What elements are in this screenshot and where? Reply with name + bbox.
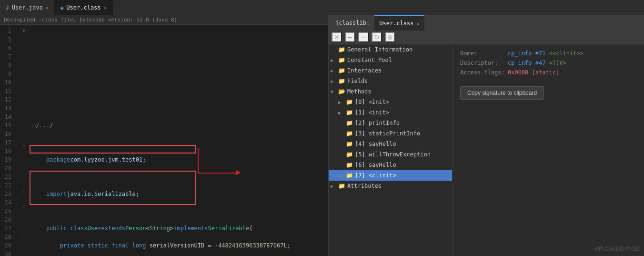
tree-arrow-methods: ▼ (331, 89, 336, 94)
close-button[interactable]: ✕ (332, 32, 342, 42)
folder-icon-iface: 📁 (338, 67, 345, 74)
folder-icon: 📁 (338, 46, 345, 53)
ln-19: 19 (0, 155, 15, 164)
code-line-3: package com.lyyzoo.jvm.test01; (32, 155, 328, 164)
folder-icon-attr: 📁 (338, 183, 345, 189)
detail-descriptor-link[interactable]: cp_info #47 (508, 60, 545, 66)
gutter: ▼ ☐ ☐ (19, 25, 29, 256)
tree-label-general: General Information (347, 46, 413, 53)
tree-item-interfaces[interactable]: ▶ 📁 Interfaces (329, 65, 452, 76)
code-line-7: public class User extends Person<String>… (32, 224, 328, 233)
refresh-button[interactable]: ↻ (372, 32, 382, 42)
tree-item-constant-pool[interactable]: ▶ 📁 Constant Pool (329, 55, 452, 65)
tree-label-cp: Constant Pool (347, 57, 392, 63)
detail-name-link[interactable]: cp_info #71 (508, 50, 545, 57)
gutter-10 (19, 95, 29, 103)
gutter-30 (19, 248, 29, 256)
tree-label-attr: Attributes (347, 183, 382, 189)
tree-label-m3: [3] staticPrintInfo (355, 130, 420, 137)
ln-14: 14 (0, 113, 15, 121)
folder-icon-m1: 📁 (346, 109, 353, 116)
folder-icon-m3: 📁 (346, 130, 353, 137)
tab-user-class[interactable]: ◉ User.class ✕ (55, 0, 113, 15)
tab-user-java[interactable]: J User.java ✕ (0, 0, 55, 15)
gutter-15 (19, 133, 29, 141)
ln-23: 23 (0, 190, 15, 198)
tab-close-class[interactable]: ✕ (104, 5, 107, 10)
ln-5: 5 (0, 35, 15, 44)
detail-panel: Name: cp_info #71 <<clinit>> Descriptor:… (453, 44, 644, 256)
tree-item-method-1[interactable]: ▶ 📁 [1] <init> (329, 107, 452, 118)
ln-20: 20 (0, 164, 15, 173)
tree-item-method-5[interactable]: 📁 [5] willThrowException (329, 149, 452, 160)
detail-access-label: Access flags: (460, 69, 508, 76)
code-panel: Decompiled .class file, bytecode version… (0, 15, 329, 256)
code-line-8: private static final long serialVersionU… (32, 241, 328, 250)
gutter-8 (19, 80, 29, 88)
gutter-4 (19, 50, 29, 57)
copy-signature-button[interactable]: Copy signature to clipboard (460, 86, 544, 100)
ln-1: 1 (0, 27, 15, 35)
detail-descriptor-extra: <()V> (549, 60, 566, 66)
gutter-19 (19, 164, 29, 172)
folder-icon-cp: 📁 (338, 57, 345, 63)
ln-15: 15 (0, 121, 15, 130)
status-bar: Decompiled .class file, bytecode version… (0, 15, 328, 25)
back-button[interactable]: ← (345, 32, 355, 42)
class-icon: ◉ (60, 5, 64, 11)
copy-btn-container: Copy signature to clipboard (460, 79, 636, 100)
tab-close-java[interactable]: ✕ (46, 5, 49, 10)
code-line-6 (32, 207, 328, 215)
detail-name-extra: <<clinit>> (549, 50, 584, 57)
detail-name-row: Name: cp_info #71 <<clinit>> (460, 50, 636, 57)
tree-label-fields: Fields (347, 78, 368, 84)
gutter-11 (19, 103, 29, 111)
jclass-label: jclasslib: (335, 20, 370, 26)
tree-item-fields[interactable]: ▶ 📁 Fields (329, 76, 452, 86)
java-icon: J (6, 5, 9, 11)
gutter-7 (19, 72, 29, 80)
ln-26: 26 (0, 215, 15, 224)
tab-bar: J User.java ✕ ◉ User.class ✕ (0, 0, 644, 15)
forward-button[interactable]: → (358, 32, 369, 42)
tree-item-methods[interactable]: ▼ 📂 Methods (329, 86, 452, 97)
tree-item-method-6[interactable]: 📁 [6] sayHello (329, 160, 452, 170)
jclass-tab-userclass[interactable]: User.class ✕ (374, 15, 424, 31)
code-content[interactable]: ☐/.../ package com.lyyzoo.jvm.test01; im… (29, 25, 328, 256)
gutter-20 (19, 172, 29, 180)
gutter-3 (19, 42, 29, 50)
tree-item-attributes[interactable]: ▶ 📁 Attributes (329, 181, 452, 191)
code-line-2 (32, 138, 328, 147)
tree-arrow-m1: ▶ (338, 110, 344, 115)
gutter-22: ☐ (19, 187, 29, 195)
ln-13: 13 (0, 104, 15, 113)
code-line-4 (32, 173, 328, 181)
tree-item-method-7[interactable]: ▶ 📁 [7] <clinit> (329, 170, 452, 181)
tree-item-general[interactable]: 📁 General Information (329, 44, 452, 55)
tree-item-method-3[interactable]: 📁 [3] staticPrintInfo (329, 128, 452, 139)
jclass-tab-label[interactable]: jclasslib: (331, 15, 374, 31)
detail-name-value: cp_info #71 <<clinit>> (508, 50, 584, 57)
ln-8: 8 (0, 61, 15, 70)
folder-icon-methods: 📂 (338, 88, 345, 95)
folder-icon-m0: 📁 (346, 99, 353, 105)
tree-item-method-0[interactable]: ▶ 📁 [0] <init> (329, 97, 452, 107)
tab-label: User.class (66, 4, 101, 11)
jclass-userclass-label: User.class (379, 20, 413, 27)
folder-icon-m2: 📁 (346, 120, 353, 126)
gutter-14 (19, 126, 29, 133)
gutter-25 (19, 210, 29, 218)
jclass-tab-close[interactable]: ✕ (417, 21, 420, 26)
gutter-26 (19, 218, 29, 225)
jclass-content: 📁 General Information ▶ 📁 Constant Pool … (329, 44, 644, 256)
detail-name-label: Name: (460, 50, 508, 57)
ln-9: 9 (0, 70, 15, 78)
tree-item-method-2[interactable]: 📁 [2] printInfo (329, 118, 452, 128)
tree-label-m4: [4] sayHello (355, 141, 396, 147)
gutter-13 (19, 118, 29, 126)
jclass-tab-bar: jclasslib: User.class ✕ (329, 15, 644, 31)
ln-29: 29 (0, 241, 15, 250)
gutter-23 (19, 195, 29, 203)
browser-button[interactable]: ⊕ (385, 32, 395, 42)
tree-item-method-4[interactable]: 📁 [4] sayHello (329, 139, 452, 149)
